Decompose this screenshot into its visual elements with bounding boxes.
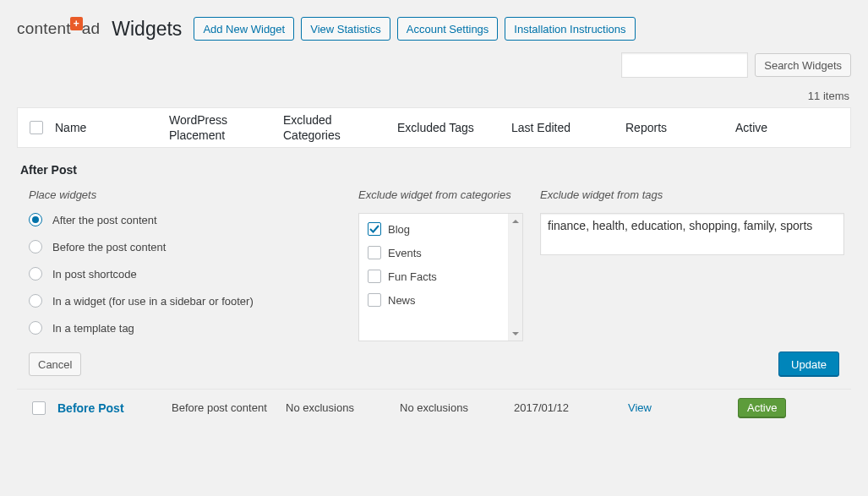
- radio-icon: [29, 294, 42, 308]
- category-item-events[interactable]: Events: [368, 246, 514, 259]
- column-reports[interactable]: Reports: [625, 121, 735, 134]
- view-statistics-button[interactable]: View Statistics: [301, 17, 390, 41]
- checkbox-icon: [368, 270, 381, 283]
- row-last-edited: 2017/01/12: [514, 401, 628, 414]
- radio-icon: [29, 213, 42, 226]
- expanded-widget-title: After Post: [0, 148, 868, 183]
- column-excluded-categories[interactable]: Excluded Categories: [283, 112, 397, 143]
- logo-badge-icon: +: [70, 17, 83, 30]
- placement-option-after[interactable]: After the post content: [29, 213, 358, 226]
- row-select-checkbox[interactable]: [32, 401, 46, 415]
- scroll-up-icon[interactable]: [509, 214, 522, 228]
- exclude-tags-input[interactable]: [540, 213, 844, 255]
- column-excluded-tags[interactable]: Excluded Tags: [397, 121, 511, 134]
- add-new-widget-button[interactable]: Add New Widget: [194, 17, 294, 41]
- row-placement: Before post content: [172, 401, 286, 414]
- exclude-categories-label: Exclude widget from categories: [358, 188, 523, 201]
- item-count: 11 items: [808, 90, 849, 102]
- scroll-down-icon[interactable]: [509, 326, 522, 341]
- active-badge[interactable]: Active: [738, 398, 786, 418]
- category-item-news[interactable]: News: [368, 293, 514, 307]
- placement-option-template[interactable]: In a template tag: [29, 321, 358, 335]
- logo-prefix: content: [17, 19, 71, 38]
- exclude-tags-label: Exclude widget from tags: [540, 188, 848, 201]
- placement-option-shortcode[interactable]: In post shortcode: [29, 267, 358, 281]
- category-item-blog[interactable]: Blog: [368, 222, 514, 236]
- cancel-button[interactable]: Cancel: [29, 352, 81, 376]
- placement-option-before[interactable]: Before the post content: [29, 240, 358, 253]
- row-name-link[interactable]: Before Post: [57, 401, 124, 415]
- table-row: Before Post Before post content No exclu…: [17, 389, 851, 426]
- checkbox-icon: [368, 222, 381, 236]
- radio-icon: [29, 321, 42, 335]
- row-view-link[interactable]: View: [628, 401, 652, 414]
- select-all-checkbox[interactable]: [30, 121, 43, 134]
- column-placement[interactable]: WordPress Placement: [169, 112, 283, 143]
- checkbox-icon: [368, 246, 381, 259]
- category-item-funfacts[interactable]: Fun Facts: [368, 270, 514, 283]
- row-excluded-categories: No exclusions: [286, 401, 400, 414]
- table-header-row: Name WordPress Placement Excluded Catego…: [17, 107, 851, 148]
- page-title: Widgets: [112, 18, 182, 41]
- radio-icon: [29, 267, 42, 281]
- place-widgets-label: Place widgets: [29, 188, 358, 201]
- column-last-edited[interactable]: Last Edited: [511, 121, 625, 134]
- row-excluded-tags: No exclusions: [400, 401, 514, 414]
- update-button[interactable]: Update: [778, 352, 839, 377]
- scrollbar[interactable]: [508, 214, 522, 341]
- installation-instructions-button[interactable]: Installation Instructions: [505, 17, 635, 41]
- column-active[interactable]: Active: [735, 121, 850, 134]
- placement-option-widget[interactable]: In a widget (for use in a sidebar or foo…: [29, 294, 358, 308]
- radio-icon: [29, 240, 42, 253]
- brand-logo: content + ad: [17, 19, 100, 38]
- search-widgets-button[interactable]: Search Widgets: [755, 53, 851, 77]
- logo-suffix: ad: [82, 19, 101, 38]
- column-name[interactable]: Name: [55, 121, 169, 134]
- categories-listbox[interactable]: Blog Events Fun Facts News: [358, 213, 523, 341]
- checkbox-icon: [368, 293, 381, 307]
- search-input[interactable]: [621, 52, 748, 78]
- account-settings-button[interactable]: Account Settings: [397, 17, 499, 41]
